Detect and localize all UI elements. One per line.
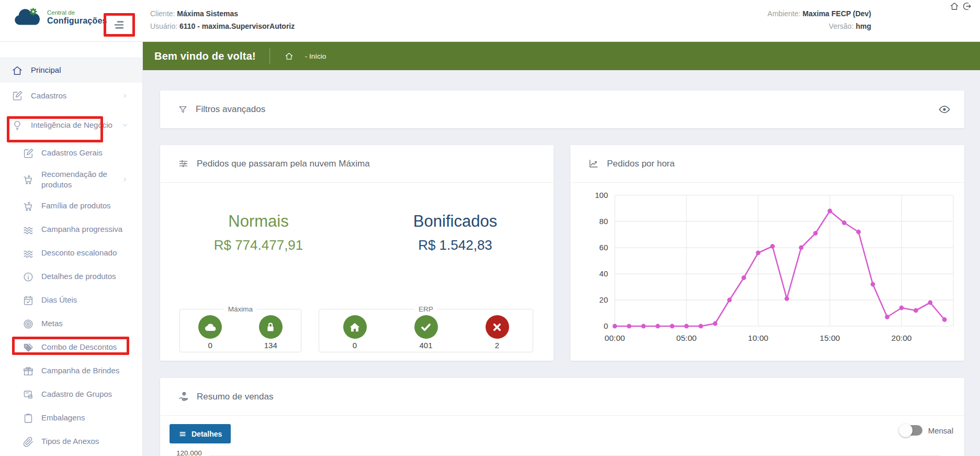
sidebar-item-dias-uteis[interactable]: Dias Úteis xyxy=(0,288,142,312)
cart-icon xyxy=(22,174,34,185)
cloud-gear-logo-icon xyxy=(13,7,42,28)
sidebar-item-label: Metas xyxy=(41,318,124,329)
app-logo: Central de Configurações xyxy=(13,7,107,28)
sidebar: PrincipalCadastrosInteligência de Negóci… xyxy=(0,42,143,456)
home-icon xyxy=(12,65,23,76)
waves-icon xyxy=(22,248,34,259)
tags-icon xyxy=(22,342,34,353)
sidebar-item-label: Tipos de Anexos xyxy=(41,436,124,447)
sidebar-item-metas[interactable]: Metas xyxy=(0,312,142,336)
calendar-icon xyxy=(22,295,34,306)
sidebar-item-embalagens[interactable]: Embalagens xyxy=(0,406,142,430)
filters-panel: Filtros avançados xyxy=(160,91,964,128)
sidebar-item-label: Detalhes de produtos xyxy=(41,271,124,282)
details-button[interactable]: Detalhes xyxy=(170,424,231,443)
status-count: 134 xyxy=(259,341,283,350)
topbar: Central de Configurações Cliente: Máxima… xyxy=(0,0,980,42)
normal-orders-label: Normais xyxy=(160,212,357,231)
client-value: Máxima Sistemas xyxy=(177,9,238,18)
status-count: 401 xyxy=(414,341,438,350)
hourly-orders-chart: 02040608010000:0005:0010:0015:0020:00 xyxy=(570,183,964,361)
waves-icon xyxy=(22,224,34,236)
svg-text:00:00: 00:00 xyxy=(605,333,625,342)
sidebar-item-cadastro-de-grupos[interactable]: Cadastro de Grupos xyxy=(0,383,142,406)
menu-icon xyxy=(107,17,131,33)
client-info: Cliente: Máxima Sistemas Usuário: 6110 -… xyxy=(150,7,295,32)
env-label: Ambiente: xyxy=(768,9,801,18)
chevron-right-icon[interactable] xyxy=(121,176,129,183)
normal-orders-total: Normais R$ 774.477,91 xyxy=(160,212,357,253)
status-item-check: 401 xyxy=(414,315,438,350)
eye-icon[interactable] xyxy=(938,103,951,116)
status-group-maxima: Máxima0134 xyxy=(179,305,301,352)
sidebar-item-campanha-de-brindes[interactable]: Campanha de Brindes xyxy=(0,359,142,383)
sidebar-item-principal[interactable]: Principal xyxy=(0,58,142,83)
hourly-orders-card: Pedidos por hora 02040608010000:0005:001… xyxy=(570,145,964,361)
svg-text:05:00: 05:00 xyxy=(677,333,697,342)
orders-card: Pedidos que passaram pela nuvem Máxima N… xyxy=(160,145,554,361)
status-group-erp: ERP04012 xyxy=(319,305,533,352)
sidebar-item-recomendacao-de-produtos[interactable]: Recomendação de produtos xyxy=(0,165,142,194)
status-circle xyxy=(198,315,222,339)
user-label: Usuário: xyxy=(150,22,177,30)
breadcrumb-home-icon[interactable] xyxy=(285,52,294,61)
sidebar-item-label: Dias Úteis xyxy=(41,295,124,305)
sidebar-item-label: Campanha progressiva xyxy=(41,224,124,235)
sidebar-item-label: Principal xyxy=(31,65,115,75)
status-count: 2 xyxy=(486,341,509,350)
bonus-orders-value: R$ 1.542,83 xyxy=(357,237,554,253)
home-icon[interactable] xyxy=(950,2,959,11)
cloud-icon xyxy=(204,320,217,334)
chevron-down-icon[interactable] xyxy=(121,121,129,129)
sidebar-item-label: Cadastros Gerais xyxy=(41,148,124,158)
sidebar-item-cadastros-gerais[interactable]: Cadastros Gerais xyxy=(0,141,142,165)
page-title: Bem vindo de volta! xyxy=(154,50,256,62)
status-circle xyxy=(486,315,509,339)
status-group-legend: Máxima xyxy=(224,305,257,313)
sidebar-item-label: Campanha de Brindes xyxy=(41,365,124,376)
gift-icon xyxy=(22,365,34,377)
sidebar-item-label: Cadastros xyxy=(31,91,115,101)
filter-icon xyxy=(178,105,188,115)
status-circle xyxy=(414,315,438,339)
sales-axis-label: 120.000 xyxy=(176,449,202,456)
version-label: Versão: xyxy=(829,22,853,30)
bulb-icon xyxy=(12,119,23,131)
sidebar-item-label: Recomendação de produtos xyxy=(41,169,124,191)
sidebar-item-label: Combo de Descontos xyxy=(41,342,124,352)
sidebar-item-detalhes-de-produtos[interactable]: Detalhes de produtos xyxy=(0,265,142,288)
filters-title: Filtros avançados xyxy=(196,104,265,115)
hand-coin-icon xyxy=(178,391,189,402)
svg-text:100: 100 xyxy=(595,191,608,199)
sidebar-item-cadastros[interactable]: Cadastros xyxy=(0,83,142,109)
svg-text:80: 80 xyxy=(599,217,608,226)
sidebar-item-familia-de-produtos[interactable]: Família de produtos xyxy=(0,194,142,218)
status-item-xmark: 2 xyxy=(486,315,509,350)
client-label: Cliente: xyxy=(150,9,175,18)
status-circle xyxy=(343,315,367,339)
sidebar-item-tipos-de-anexos[interactable]: Tipos de Anexos xyxy=(0,430,142,453)
edit-icon xyxy=(12,90,23,102)
logo-line1: Central de xyxy=(47,9,107,16)
sidebar-item-campanha-progressiva[interactable]: Campanha progressiva xyxy=(0,218,142,241)
sidebar-item-inteligencia-de-negocio[interactable]: Inteligência de Negócio xyxy=(0,109,142,141)
sidebar-item-combo-de-descontos[interactable]: Combo de Descontos xyxy=(0,336,142,359)
monthly-toggle[interactable] xyxy=(900,425,922,436)
normal-orders-value: R$ 774.477,91 xyxy=(160,237,357,253)
svg-text:10:00: 10:00 xyxy=(748,333,769,342)
chevron-right-icon[interactable] xyxy=(121,92,129,99)
menu-toggle-button[interactable] xyxy=(107,17,131,33)
group-icon xyxy=(22,389,34,401)
bonus-orders-total: Bonificados R$ 1.542,83 xyxy=(357,212,554,253)
list-icon xyxy=(178,430,187,438)
sidebar-item-desconto-escalonado[interactable]: Desconto escalonado xyxy=(0,241,142,265)
logout-icon[interactable] xyxy=(962,2,972,11)
status-item-home-solid: 0 xyxy=(343,315,367,350)
svg-text:0: 0 xyxy=(604,321,608,330)
status-group-legend: ERP xyxy=(414,305,437,313)
lock-icon xyxy=(264,320,277,334)
clipboard-icon xyxy=(22,413,34,424)
sidebar-item-label: Desconto escalonado xyxy=(41,248,124,258)
edit-icon xyxy=(22,148,34,159)
sidebar-item-label: Embalagens xyxy=(41,413,124,423)
